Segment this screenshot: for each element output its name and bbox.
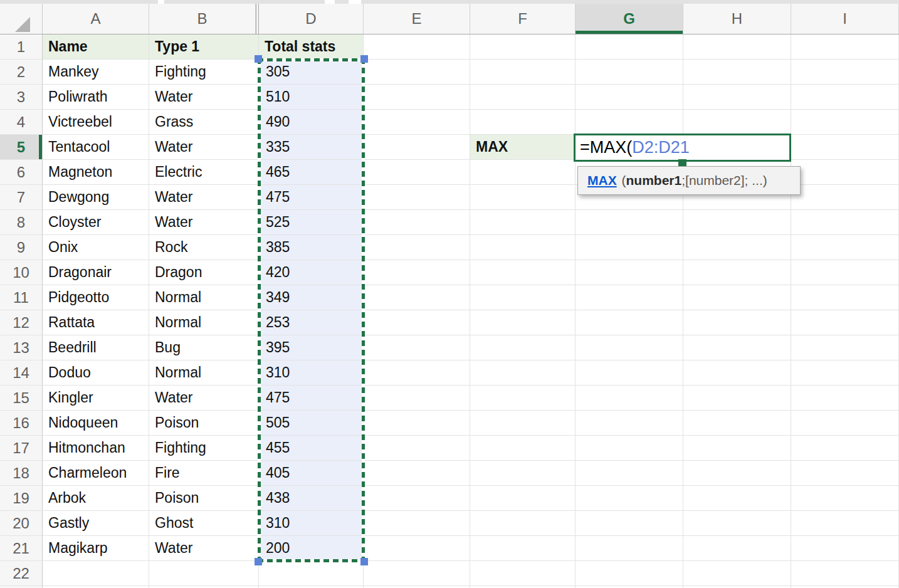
cell-F4[interactable] (470, 110, 576, 135)
cell-G12[interactable] (576, 310, 683, 335)
cell-F5[interactable]: MAX (470, 135, 576, 160)
cell-B19[interactable]: Poison (149, 486, 259, 511)
row-header-21[interactable]: 21 (0, 536, 43, 561)
cell-H17[interactable] (683, 436, 791, 461)
row-header-18[interactable]: 18 (0, 461, 43, 486)
cell-F3[interactable] (470, 85, 576, 110)
cell-F20[interactable] (470, 511, 576, 536)
cell-D18[interactable]: 405 (259, 461, 364, 486)
cell-B6[interactable]: Electric (149, 160, 259, 185)
cell-G2[interactable] (576, 60, 683, 85)
cell-E21[interactable] (364, 536, 470, 561)
cell-B3[interactable]: Water (149, 85, 259, 110)
cell-I8[interactable] (791, 210, 899, 235)
cell-B12[interactable]: Normal (149, 310, 259, 335)
cell-E6[interactable] (364, 160, 470, 185)
cell-A16[interactable]: Nidoqueen (43, 411, 149, 436)
cell-A12[interactable]: Rattata (43, 310, 149, 335)
cell-E19[interactable] (364, 486, 470, 511)
row-header-8[interactable]: 8 (0, 210, 43, 235)
cell-F21[interactable] (470, 536, 576, 561)
cell-H9[interactable] (683, 235, 791, 260)
cell-I2[interactable] (791, 60, 899, 85)
cell-H3[interactable] (683, 85, 791, 110)
cell-D11[interactable]: 349 (259, 285, 364, 310)
cell-I11[interactable] (791, 285, 899, 310)
selection-handle-top-right[interactable] (360, 55, 368, 63)
cell-A21[interactable]: Magikarp (43, 536, 149, 561)
row-header-1[interactable]: 1 (0, 34, 43, 60)
cell-A19[interactable]: Arbok (43, 486, 149, 511)
cell-I6[interactable] (791, 160, 899, 185)
cell-D14[interactable]: 310 (259, 360, 364, 386)
cell-I16[interactable] (791, 411, 899, 436)
cell-D3[interactable]: 510 (259, 85, 364, 110)
cell-B5[interactable]: Water (149, 135, 259, 160)
cell-E14[interactable] (364, 360, 470, 386)
cell-B13[interactable]: Bug (149, 335, 259, 360)
cell-A2[interactable]: Mankey (43, 60, 149, 85)
cell-A14[interactable]: Doduo (43, 360, 149, 386)
cell-G19[interactable] (576, 486, 683, 511)
cell-E5[interactable] (364, 135, 470, 160)
cell-F12[interactable] (470, 310, 576, 335)
cell-E17[interactable] (364, 436, 470, 461)
cell-G22[interactable] (576, 561, 683, 586)
cell-G20[interactable] (576, 511, 683, 536)
cell-G13[interactable] (576, 335, 683, 360)
cell-E12[interactable] (364, 310, 470, 335)
cell-F17[interactable] (470, 436, 576, 461)
cell-E9[interactable] (364, 235, 470, 260)
cell-A8[interactable]: Cloyster (43, 210, 149, 235)
row-header-9[interactable]: 9 (0, 235, 43, 260)
cell-F13[interactable] (470, 335, 576, 360)
column-header-B[interactable]: B (149, 4, 256, 34)
cell-G1[interactable] (576, 34, 683, 60)
cell-D15[interactable]: 475 (259, 386, 364, 411)
formula-edit-box[interactable]: =MAX(D2:D21 (574, 134, 791, 162)
cell-A5[interactable]: Tentacool (43, 135, 149, 160)
cell-G14[interactable] (576, 360, 683, 386)
cell-A15[interactable]: Kingler (43, 386, 149, 411)
row-header-16[interactable]: 16 (0, 411, 43, 436)
cell-G11[interactable] (576, 285, 683, 310)
cell-H1[interactable] (683, 34, 791, 60)
cell-I12[interactable] (791, 310, 899, 335)
cell-F10[interactable] (470, 260, 576, 285)
cell-H19[interactable] (683, 486, 791, 511)
cell-F16[interactable] (470, 411, 576, 436)
cell-D13[interactable]: 395 (259, 335, 364, 360)
cell-B10[interactable]: Dragon (149, 260, 259, 285)
cell-F8[interactable] (470, 210, 576, 235)
cell-F6[interactable] (470, 160, 576, 185)
cell-E2[interactable] (364, 60, 470, 85)
cell-H11[interactable] (683, 285, 791, 310)
cell-B9[interactable]: Rock (149, 235, 259, 260)
cell-A13[interactable]: Beedrill (43, 335, 149, 360)
cell-B15[interactable]: Water (149, 386, 259, 411)
cell-A6[interactable]: Magneton (43, 160, 149, 185)
cell-F7[interactable] (470, 185, 576, 210)
cell-I13[interactable] (791, 335, 899, 360)
cell-D4[interactable]: 490 (259, 110, 364, 135)
cell-A3[interactable]: Poliwrath (43, 85, 149, 110)
cell-G4[interactable] (576, 110, 683, 135)
cell-G8[interactable] (576, 210, 683, 235)
cell-E8[interactable] (364, 210, 470, 235)
cell-I1[interactable] (791, 34, 899, 60)
cell-H14[interactable] (683, 360, 791, 386)
column-header-I[interactable]: I (791, 4, 899, 34)
selection-handle-bottom-right[interactable] (360, 558, 368, 565)
cell-D7[interactable]: 475 (259, 185, 364, 210)
cell-F1[interactable] (470, 34, 576, 60)
cell-E1[interactable] (364, 34, 470, 60)
cell-I18[interactable] (791, 461, 899, 486)
column-header-D[interactable]: D (259, 4, 364, 34)
cell-B20[interactable]: Ghost (149, 511, 259, 536)
cell-B8[interactable]: Water (149, 210, 259, 235)
row-header-22[interactable]: 22 (0, 561, 43, 586)
cell-H13[interactable] (683, 335, 791, 360)
cell-A11[interactable]: Pidgeotto (43, 285, 149, 310)
cell-H21[interactable] (683, 536, 791, 561)
cell-B11[interactable]: Normal (149, 285, 259, 310)
